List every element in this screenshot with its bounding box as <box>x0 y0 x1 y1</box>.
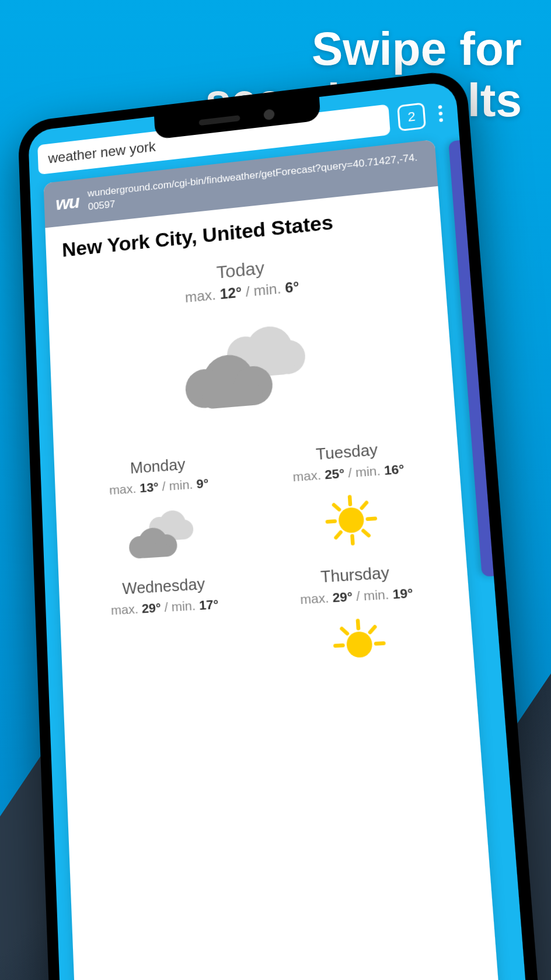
forecast-min-label: / min. <box>162 477 193 494</box>
today-forecast: Today max. 12° / min. 6° <box>47 228 455 449</box>
forecast-max-value: 25° <box>324 465 345 481</box>
forecast-min-value: 9° <box>196 476 209 491</box>
svg-line-23 <box>336 532 341 537</box>
tab-count-button[interactable]: 2 <box>397 102 426 131</box>
svg-line-26 <box>335 645 343 646</box>
forecast-max-label: max. <box>292 467 322 484</box>
wunderground-logo: wu <box>55 191 79 215</box>
forecast-max-value: 29° <box>141 600 161 615</box>
svg-line-21 <box>363 530 368 536</box>
forecast-cell: Thursday max. 29° / min. 19° <box>257 548 462 684</box>
forecast-max-label: max. <box>111 602 139 617</box>
svg-line-18 <box>327 521 335 522</box>
forecast-cell: Monday max. 13° / min. 9° <box>65 440 257 572</box>
svg-line-19 <box>368 519 375 519</box>
svg-point-24 <box>338 506 365 533</box>
svg-rect-15 <box>137 544 172 558</box>
forecast-min-label: / min. <box>348 463 381 480</box>
svg-point-30 <box>346 631 374 658</box>
phone-frame: weather new york 2 wu wunderground.com/c… <box>18 69 548 980</box>
svg-line-25 <box>358 621 358 628</box>
overflow-menu-button[interactable] <box>433 105 448 123</box>
today-min-label: / min. <box>245 280 281 299</box>
weather-result-card[interactable]: wu wunderground.com/cgi-bin/findweather/… <box>43 140 507 980</box>
forecast-max-label: max. <box>300 590 329 607</box>
forecast-min-value: 16° <box>383 461 404 477</box>
today-max-value: 12° <box>219 284 242 302</box>
sunny-icon <box>320 613 400 675</box>
svg-line-29 <box>369 627 375 632</box>
forecast-min-label: / min. <box>164 598 196 614</box>
forecast-cell: Wednesday max. 29° / min. 17° <box>70 561 264 693</box>
forecast-max-label: max. <box>109 481 137 497</box>
today-max-label: max. <box>184 286 216 305</box>
phone-screen: weather new york 2 wu wunderground.com/c… <box>28 81 535 980</box>
svg-line-27 <box>376 643 383 644</box>
forecast-min-value: 19° <box>392 585 414 601</box>
svg-line-16 <box>350 497 350 505</box>
forecast-cell: Tuesday max. 25° / min. 16° <box>250 425 452 561</box>
forecast-max-value: 29° <box>332 589 353 604</box>
forecast-grid: Monday max. 13° / min. 9° <box>54 418 475 694</box>
svg-line-22 <box>361 503 367 508</box>
cloudy-icon <box>177 312 316 415</box>
search-query-text: weather new york <box>48 138 156 167</box>
svg-line-28 <box>342 628 347 634</box>
cloudy-icon <box>124 503 198 563</box>
forecast-max-value: 13° <box>140 479 159 495</box>
tab-count-value: 2 <box>407 109 416 125</box>
promo-line1: Swipe for <box>205 23 522 75</box>
forecast-min-label: / min. <box>355 587 389 603</box>
sunny-icon <box>312 489 391 551</box>
today-min-value: 6° <box>285 278 300 296</box>
forecast-min-value: 17° <box>198 597 219 613</box>
svg-line-20 <box>334 505 339 510</box>
svg-line-17 <box>353 536 353 544</box>
